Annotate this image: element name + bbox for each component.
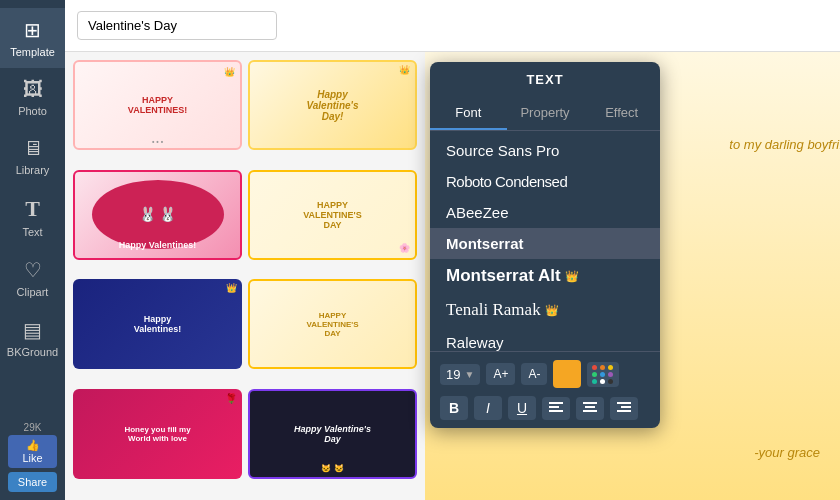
- template-card-7[interactable]: Honey you fill myWorld with love 🌹: [73, 389, 242, 479]
- template-grid: 👑 HAPPYVALENTINES! • • • 👑 HappyValentin…: [65, 52, 425, 500]
- library-icon: 🖥: [23, 137, 43, 160]
- canvas-text-your-grace: -your grace: [754, 445, 820, 460]
- like-button[interactable]: 👍 Like: [8, 435, 57, 468]
- template-card-3[interactable]: 🐰 🐰 Happy Valentines!: [73, 170, 242, 260]
- sidebar-item-text[interactable]: T Text: [0, 186, 65, 248]
- text-icon: T: [25, 196, 40, 222]
- sidebar-item-clipart[interactable]: ♡ Clipart: [0, 248, 65, 308]
- bold-button[interactable]: B: [440, 396, 468, 420]
- template-card-1[interactable]: 👑 HAPPYVALENTINES! • • •: [73, 60, 242, 150]
- card-7-text: Honey you fill myWorld with love: [120, 421, 194, 447]
- sidebar: ⊞ Template 🖼 Photo 🖥 Library T Text ♡ Cl…: [0, 0, 65, 500]
- sidebar-item-photo[interactable]: 🖼 Photo: [0, 68, 65, 127]
- toolbar-row-size: 19 ▼ A+ A-: [440, 360, 650, 388]
- font-item-roboto-condensed[interactable]: Roboto Condensed: [430, 166, 660, 197]
- font-size-decrease-button[interactable]: A-: [521, 363, 547, 385]
- font-item-montserrat-alt[interactable]: Montserrat Alt 👑: [430, 259, 660, 293]
- sidebar-item-library-label: Library: [16, 164, 50, 176]
- svg-rect-5: [583, 410, 597, 412]
- font-size-control: 19 ▼: [440, 364, 480, 385]
- template-card-6[interactable]: HAPPYVALENTINE'SDAY: [248, 279, 417, 369]
- font-size-dropdown[interactable]: ▼: [464, 369, 474, 380]
- main-area: 👑 HAPPYVALENTINES! • • • 👑 HappyValentin…: [65, 0, 840, 500]
- italic-button[interactable]: I: [474, 396, 502, 420]
- font-size-increase-button[interactable]: A+: [486, 363, 515, 385]
- sidebar-item-library[interactable]: 🖥 Library: [0, 127, 65, 186]
- font-list: Source Sans Pro Roboto Condensed ABeeZee…: [430, 131, 660, 351]
- svg-rect-7: [621, 406, 631, 408]
- underline-button[interactable]: U: [508, 396, 536, 420]
- sidebar-item-clipart-label: Clipart: [17, 286, 49, 298]
- template-card-4[interactable]: HAPPYVALENTINE'SDAY 🌸: [248, 170, 417, 260]
- template-card-5[interactable]: HappyValentines! 👑: [73, 279, 242, 369]
- popup-tabs: Font Property Effect: [430, 97, 660, 131]
- crown-icon-montserrat-alt: 👑: [565, 270, 579, 283]
- font-item-tenali-ramak[interactable]: Tenali Ramak 👑: [430, 293, 660, 327]
- sidebar-item-bkground-label: BKGround: [7, 346, 58, 358]
- popup-title: TEXT: [430, 62, 660, 97]
- svg-rect-6: [617, 402, 631, 404]
- topbar: [65, 0, 840, 52]
- tab-effect[interactable]: Effect: [583, 97, 660, 130]
- tab-font[interactable]: Font: [430, 97, 507, 130]
- svg-rect-8: [617, 410, 631, 412]
- card-1-text: HAPPYVALENTINES!: [124, 91, 191, 119]
- card-4-text: HAPPYVALENTINE'SDAY: [299, 196, 365, 234]
- font-size-value: 19: [446, 367, 460, 382]
- card-2-text: HappyValentine'sDay!: [302, 85, 362, 126]
- card-8-text: Happy Valentine'sDay: [290, 420, 375, 448]
- tab-property[interactable]: Property: [507, 97, 584, 130]
- svg-rect-3: [583, 402, 597, 404]
- card-3-text: Happy Valentines!: [75, 240, 240, 250]
- canvas-text-to-boyfriend: to my darling boyfri...: [729, 137, 840, 152]
- font-color-box[interactable]: [553, 360, 581, 388]
- template-card-8[interactable]: Happy Valentine'sDay 🐱 🐱: [248, 389, 417, 479]
- sidebar-item-photo-label: Photo: [18, 105, 47, 117]
- popup-toolbar: 19 ▼ A+ A-: [430, 351, 660, 428]
- search-input[interactable]: [77, 11, 277, 40]
- font-item-raleway[interactable]: Raleway: [430, 327, 660, 351]
- svg-rect-2: [549, 410, 563, 412]
- card-6-text: HAPPYVALENTINE'SDAY: [303, 307, 363, 342]
- font-item-source-sans-pro[interactable]: Source Sans Pro: [430, 135, 660, 166]
- color-palette-button[interactable]: [587, 362, 619, 387]
- align-right-button[interactable]: [610, 397, 638, 420]
- photo-icon: 🖼: [23, 78, 43, 101]
- font-item-abeezee[interactable]: ABeeZee: [430, 197, 660, 228]
- template-card-2[interactable]: 👑 HappyValentine'sDay!: [248, 60, 417, 150]
- sidebar-item-text-label: Text: [22, 226, 42, 238]
- sidebar-bottom: 29K 👍 Like Share: [0, 414, 65, 500]
- sidebar-item-template[interactable]: ⊞ Template: [0, 8, 65, 68]
- align-left-button[interactable]: [542, 397, 570, 420]
- share-button[interactable]: Share: [8, 472, 57, 492]
- sidebar-item-bkground[interactable]: ▤ BKGround: [0, 308, 65, 368]
- toolbar-row-format: B I U: [440, 396, 650, 420]
- bkground-icon: ▤: [23, 318, 42, 342]
- crown-icon-tenali: 👑: [545, 304, 559, 317]
- svg-rect-1: [549, 406, 559, 408]
- text-popup: TEXT Font Property Effect Source Sans Pr…: [430, 62, 660, 428]
- align-center-button[interactable]: [576, 397, 604, 420]
- svg-rect-0: [549, 402, 563, 404]
- sidebar-item-template-label: Template: [10, 46, 55, 58]
- template-icon: ⊞: [24, 18, 41, 42]
- font-item-montserrat[interactable]: Montserrat: [430, 228, 660, 259]
- card-5-text: HappyValentines!: [130, 310, 186, 338]
- clipart-icon: ♡: [24, 258, 42, 282]
- like-count: 29K: [8, 422, 57, 433]
- svg-rect-4: [585, 406, 595, 408]
